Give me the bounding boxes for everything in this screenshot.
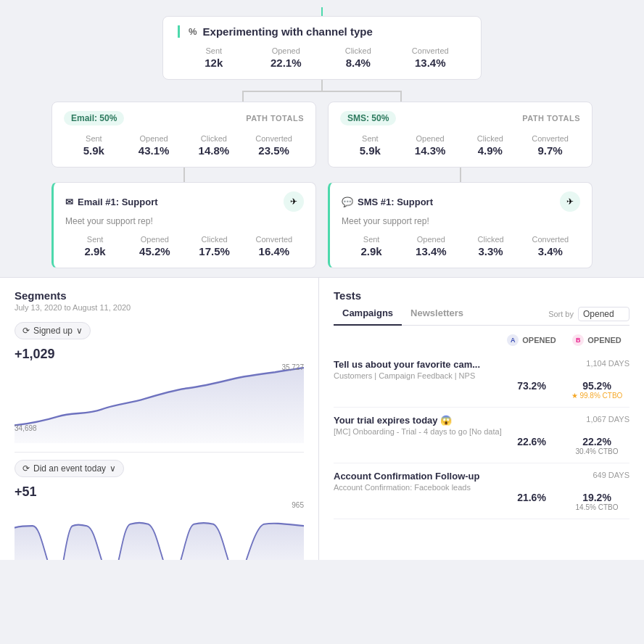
email-path-stats: Sent 5.9k Opened 43.1% Clicked 14.8% Con… xyxy=(64,134,304,157)
email-badge: Email: 50% xyxy=(64,111,124,125)
path-header-sms: SMS: 50% PATH TOTALS xyxy=(340,111,580,125)
sm-opened: Opened 13.4% xyxy=(401,235,461,257)
tab-newsletters[interactable]: Newsletters xyxy=(402,303,472,326)
chart-event: 965 914 xyxy=(15,501,304,560)
tab-campaigns[interactable]: Campaigns xyxy=(334,303,402,326)
chart-signedup: 35,727 34,698 xyxy=(15,363,304,443)
experiment-title: % Experimenting with channel type xyxy=(178,25,466,38)
em-sent: Sent 2.9k xyxy=(65,235,125,257)
test-days-3: 649 DAYS xyxy=(593,471,629,479)
msg-subtitle-email: Meet your support rep! xyxy=(65,216,304,226)
ab-headers: A OPENED B OPENED xyxy=(334,334,629,346)
message-card-email: ✉ Email #1: Support ✈ Meet your support … xyxy=(51,182,316,268)
sms-msg-stats: Sent 2.9k Opened 13.4% Clicked 3.3% Conv… xyxy=(342,235,580,257)
stat-opened: Opened 22.1% xyxy=(250,46,323,69)
test-desc-2: [MC] Onboarding - Trial - 4 days to go [… xyxy=(334,427,502,436)
chevron-down-icon: ∨ xyxy=(76,326,83,336)
segment-clock-icon: ⟳ xyxy=(22,463,30,474)
segments-panel: Segments July 13, 2020 to August 11, 202… xyxy=(0,278,319,560)
sp-converted: Converted 9.7% xyxy=(520,134,580,157)
bottom-section: Segments July 13, 2020 to August 11, 202… xyxy=(0,277,644,560)
msg-title-email: ✉ Email #1: Support xyxy=(65,197,158,207)
test-a-val-2: 22.6% xyxy=(499,436,564,455)
tests-panel: Tests Campaigns Newsletters Sort by Open… xyxy=(319,278,644,560)
test-desc-1: Customers | Campaign Feedback | NPS xyxy=(334,371,486,380)
test-desc-3: Account Confirmation: Facebook leads xyxy=(334,483,485,492)
test-name-1: Tell us about your favorite cam... xyxy=(334,359,480,370)
stat-converted: Converted 13.4% xyxy=(395,46,467,69)
segment-count-signedup: +1,029 xyxy=(15,347,304,362)
ep-clicked: Clicked 14.8% xyxy=(184,134,244,157)
sort-label: Sort by xyxy=(548,310,574,318)
msg-header-email: ✉ Email #1: Support ✈ xyxy=(65,191,304,212)
path-card-email: Email: 50% PATH TOTALS Sent 5.9k Opened … xyxy=(51,102,316,168)
branch-lines xyxy=(162,80,482,102)
b-circle: B xyxy=(572,334,584,346)
em-opened: Opened 45.2% xyxy=(125,235,184,257)
sp-sent: Sent 5.9k xyxy=(340,134,400,157)
test-values-3: 21.6% 19.2% 14.5% CTBO xyxy=(334,492,629,511)
segment-tag-event[interactable]: ⟳ Did an event today ∨ xyxy=(15,460,124,477)
path-connectors xyxy=(15,168,629,182)
test-b-sub-3: 14.5% CTBO xyxy=(564,503,629,511)
msg-subtitle-sms: Meet your support rep! xyxy=(342,216,580,226)
em-clicked: Clicked 17.5% xyxy=(185,235,244,257)
email-connector xyxy=(183,168,185,182)
sm-clicked: Clicked 3.3% xyxy=(461,235,521,257)
segment-tag-signedup[interactable]: ⟳ Signed up ∨ xyxy=(15,322,91,339)
test-row-2: Your trial expires today 😱 [MC] Onboardi… xyxy=(334,408,629,463)
event-chart-svg xyxy=(15,501,304,560)
stat-sent: Sent 12k xyxy=(178,46,250,69)
send-icon-email: ✈ xyxy=(284,191,304,212)
sms-badge: SMS: 50% xyxy=(340,111,396,125)
path-card-sms: SMS: 50% PATH TOTALS Sent 5.9k Opened 14… xyxy=(328,102,593,168)
ab-badge-a: A OPENED xyxy=(499,334,564,346)
ab-badge-b: B OPENED xyxy=(564,334,629,346)
send-icon-sms: ✈ xyxy=(560,191,580,212)
segments-title: Segments xyxy=(15,289,304,302)
chevron-down-icon2: ∨ xyxy=(110,463,116,474)
sms-icon: 💬 xyxy=(342,197,353,207)
sms-path-stats: Sent 5.9k Opened 14.3% Clicked 4.9% Conv… xyxy=(340,134,580,157)
branch-right xyxy=(400,91,402,102)
test-b-sub-1: ★ 99.8% CTBO xyxy=(564,392,629,400)
experiment-stats: Sent 12k Opened 22.1% Clicked 8.4% Conve… xyxy=(178,46,466,69)
sms-connector xyxy=(460,168,461,182)
test-b-val-2: 22.2% 30.4% CTBO xyxy=(564,436,629,455)
segments-date: July 13, 2020 to August 11, 2020 xyxy=(15,303,304,312)
tests-title: Tests xyxy=(334,289,629,302)
star-icon: ★ xyxy=(571,392,578,400)
tests-tabs-row: Campaigns Newsletters Sort by Opened xyxy=(334,303,629,326)
test-values-2: 22.6% 22.2% 30.4% CTBO xyxy=(334,436,629,455)
ep-converted: Converted 23.5% xyxy=(244,134,304,157)
experiment-card: % Experimenting with channel type Sent 1… xyxy=(162,16,482,80)
path-totals-email: PATH TOTALS xyxy=(246,114,304,123)
test-name-2: Your trial expires today 😱 xyxy=(334,415,496,426)
chart-max-event: 965 xyxy=(292,501,304,509)
messages-row: ✉ Email #1: Support ✈ Meet your support … xyxy=(15,182,629,268)
signedup-chart-svg xyxy=(15,363,304,443)
chart-min-signedup: 34,698 xyxy=(15,424,37,432)
sm-converted: Converted 3.4% xyxy=(521,235,580,257)
test-b-sub-2: 30.4% CTBO xyxy=(564,447,629,455)
test-a-val-3: 21.6% xyxy=(499,492,564,511)
em-converted: Converted 16.4% xyxy=(244,235,304,257)
message-card-sms: 💬 SMS #1: Support ✈ Meet your support re… xyxy=(328,182,593,268)
top-connector xyxy=(321,7,323,16)
test-values-1: 73.2% 95.2% ★ 99.8% CTBO xyxy=(334,380,629,400)
email-icon: ✉ xyxy=(65,197,73,207)
test-a-val-1: 73.2% xyxy=(499,380,564,400)
test-row-1: Tell us about your favorite cam... Custo… xyxy=(334,352,629,408)
segments-divider xyxy=(15,452,304,453)
test-name-3: Account Confirmation Follow-up xyxy=(334,471,479,482)
sort-select[interactable]: Opened xyxy=(578,307,629,321)
stat-clicked: Clicked 8.4% xyxy=(322,46,395,69)
branch-container xyxy=(86,80,558,102)
msg-title-sms: 💬 SMS #1: Support xyxy=(342,197,433,207)
ep-opened: Opened 43.1% xyxy=(124,134,184,157)
sp-opened: Opened 14.3% xyxy=(400,134,461,157)
ep-sent: Sent 5.9k xyxy=(64,134,124,157)
test-row-3: Account Confirmation Follow-up Account C… xyxy=(334,463,629,519)
segment-refresh-icon: ⟳ xyxy=(22,326,30,336)
test-b-val-1: 95.2% ★ 99.8% CTBO xyxy=(564,380,629,400)
